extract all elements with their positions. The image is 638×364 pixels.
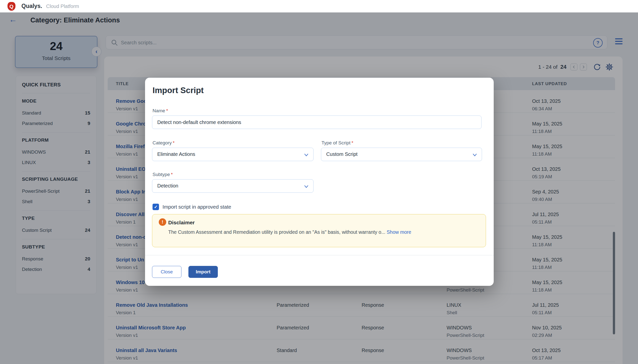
required-asterisk: * <box>166 108 168 113</box>
disclaimer-text: The Custom Assessment and Remediation ut… <box>168 228 422 236</box>
top-nav-bar: Q Qualys. Cloud Platform <box>0 0 638 13</box>
type-of-script-select[interactable]: Custom Script <box>321 148 482 161</box>
modal-footer-divider <box>145 255 494 256</box>
chevron-down-icon <box>303 152 309 158</box>
category-select-value: Eliminate Actions <box>157 152 195 157</box>
brand-suffix: Cloud Platform <box>46 4 79 9</box>
category-select[interactable]: Eliminate Actions <box>152 148 313 161</box>
close-button[interactable]: Close <box>152 266 181 278</box>
import-button[interactable]: Import <box>188 266 218 278</box>
modal-title: Import Script <box>153 86 204 95</box>
subtype-select-value: Detection <box>157 183 178 189</box>
show-more-link[interactable]: Show more <box>387 229 412 235</box>
disclaimer-box: ! Disclaimer The Custom Assessment and R… <box>152 214 486 247</box>
chevron-down-icon <box>303 184 309 190</box>
import-script-modal: Import Script Name* Category* Eliminate … <box>145 78 494 286</box>
brand-name: Qualys. <box>22 3 42 10</box>
chevron-down-icon <box>472 152 478 158</box>
name-input[interactable] <box>152 116 481 129</box>
approved-state-checkbox-label: Import script in approved state <box>162 204 231 210</box>
type-select-value: Custom Script <box>326 152 358 157</box>
approved-state-checkbox[interactable]: ✓ <box>153 204 159 210</box>
app-page: Q Qualys. Cloud Platform ← Category: Eli… <box>0 0 638 364</box>
category-field-label: Category* <box>153 140 175 146</box>
qualys-logo-icon: Q <box>8 2 16 11</box>
type-field-label: Type of Script* <box>322 140 353 146</box>
subtype-field-label: Subtype* <box>153 172 173 177</box>
check-icon: ✓ <box>154 204 158 210</box>
warning-icon: ! <box>159 218 166 226</box>
name-field-label: Name* <box>153 108 168 114</box>
disclaimer-title: Disclaimer <box>168 220 195 226</box>
subtype-select[interactable]: Detection <box>152 179 313 193</box>
